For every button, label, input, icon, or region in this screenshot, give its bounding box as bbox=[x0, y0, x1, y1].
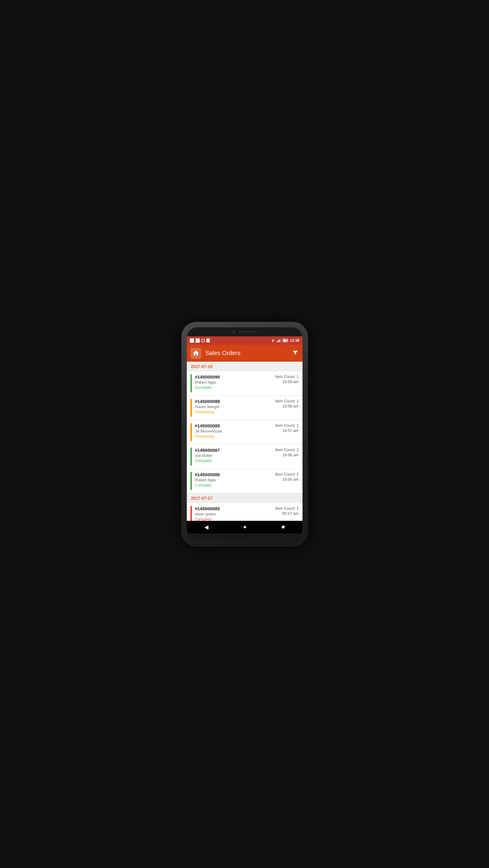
svg-rect-3 bbox=[279, 339, 280, 342]
order-time: 05:57 pm bbox=[275, 511, 299, 516]
app-bar: Sales Orders bbox=[187, 345, 302, 362]
order-details-left: #145000088 Jill Moorehouse Processing bbox=[195, 423, 275, 441]
wifi-icon bbox=[270, 339, 275, 342]
order-details-right: Item Count: 1 10:59 am bbox=[275, 374, 299, 393]
speaker-icon bbox=[239, 331, 257, 333]
order-customer: Joe Butler bbox=[195, 453, 275, 458]
order-details-left: #145000086 Robert Ngia Complete bbox=[195, 472, 275, 490]
svg-rect-7 bbox=[287, 340, 288, 341]
recent-button[interactable]: ■ bbox=[282, 524, 285, 530]
svg-rect-1 bbox=[277, 341, 278, 342]
filter-icon bbox=[292, 349, 299, 356]
status-strip bbox=[190, 506, 192, 521]
order-customer: oliver queen bbox=[195, 512, 275, 516]
status-strip bbox=[190, 447, 192, 466]
order-status: Canceled bbox=[195, 517, 275, 521]
order-item[interactable]: #145000087 Joe Butler Complete Item Coun… bbox=[187, 444, 302, 469]
order-item[interactable]: #145000089 Haven Bangor Processing Item … bbox=[187, 396, 302, 420]
order-customer: Jill Moorehouse bbox=[195, 429, 275, 433]
app-logo-icon bbox=[190, 348, 201, 359]
order-details-right: Item Count: 1 10:58 am bbox=[275, 399, 299, 417]
notif-icon-3 bbox=[201, 339, 205, 342]
order-status: Complete bbox=[195, 483, 275, 487]
item-count: Item Count: 1 bbox=[275, 374, 299, 379]
camera-icon bbox=[233, 331, 235, 333]
signal-icon bbox=[277, 339, 281, 342]
lock-icon bbox=[206, 338, 210, 342]
order-details-left: #145000085 oliver queen Canceled bbox=[195, 506, 275, 521]
notif-icon-1 bbox=[190, 338, 194, 343]
order-details-right: Item Count: 2 10:56 am bbox=[275, 472, 299, 490]
order-number: #145000089 bbox=[195, 399, 275, 404]
order-details-right: Item Count: 2 10:56 am bbox=[275, 447, 299, 466]
order-details-right: Item Count: 1 10:57 am bbox=[275, 423, 299, 441]
date-header-1: 2017-07-19 bbox=[187, 362, 302, 371]
order-details-right: Item Count: 1 05:57 pm bbox=[275, 506, 299, 521]
home-icon bbox=[192, 350, 199, 357]
screen: 12:39 Sales Orders bbox=[187, 336, 302, 533]
phone-screen-container: 12:39 Sales Orders bbox=[187, 327, 302, 541]
orders-list: 2017-07-19 #145000090 Robert Ngia Comple… bbox=[187, 362, 302, 521]
order-number: #145000085 bbox=[195, 506, 275, 511]
order-details-left: #145000087 Joe Butler Complete bbox=[195, 447, 275, 466]
phone-bottom-bezel bbox=[187, 533, 302, 541]
order-item[interactable]: #145000090 Robert Ngia Complete Item Cou… bbox=[187, 371, 302, 396]
order-time: 10:59 am bbox=[275, 379, 299, 384]
svg-rect-6 bbox=[283, 340, 287, 341]
order-time: 10:56 am bbox=[275, 477, 299, 482]
app-title: Sales Orders bbox=[205, 350, 292, 356]
phone-top-bezel bbox=[187, 327, 302, 336]
svg-rect-2 bbox=[278, 340, 279, 342]
bottom-nav: ◀ ● ■ bbox=[187, 521, 302, 533]
item-count: Item Count: 1 bbox=[275, 399, 299, 403]
order-customer: Robert Ngia bbox=[195, 380, 275, 384]
order-customer: Robert Ngia bbox=[195, 478, 275, 482]
status-strip bbox=[190, 423, 192, 441]
svg-point-0 bbox=[273, 341, 273, 342]
order-item[interactable]: #145000086 Robert Ngia Complete Item Cou… bbox=[187, 469, 302, 493]
order-status: Processing bbox=[195, 434, 275, 438]
item-count: Item Count: 1 bbox=[275, 423, 299, 428]
status-right-icons: 12:39 bbox=[270, 338, 299, 343]
item-count: Item Count: 2 bbox=[275, 447, 299, 452]
order-number: #145000090 bbox=[195, 374, 275, 379]
order-customer: Haven Bangor bbox=[195, 404, 275, 409]
back-button[interactable]: ◀ bbox=[204, 524, 208, 530]
status-time: 12:39 bbox=[290, 338, 299, 343]
order-number: #145000086 bbox=[195, 472, 275, 477]
status-bar: 12:39 bbox=[187, 336, 302, 345]
status-strip bbox=[190, 472, 192, 490]
status-strip bbox=[190, 374, 192, 393]
battery-icon bbox=[283, 339, 289, 342]
order-time: 10:58 am bbox=[275, 404, 299, 408]
order-number: #145000088 bbox=[195, 423, 275, 428]
order-time: 10:57 am bbox=[275, 428, 299, 433]
order-status: Complete bbox=[195, 458, 275, 463]
order-item[interactable]: #145000085 oliver queen Canceled Item Co… bbox=[187, 503, 302, 521]
order-details-left: #145000089 Haven Bangor Processing bbox=[195, 399, 275, 417]
order-details-left: #145000090 Robert Ngia Complete bbox=[195, 374, 275, 393]
order-status: Processing bbox=[195, 410, 275, 414]
status-strip bbox=[190, 399, 192, 417]
svg-rect-4 bbox=[280, 339, 281, 342]
item-count: Item Count: 1 bbox=[275, 506, 299, 510]
date-header-2: 2017-07-17 bbox=[187, 493, 302, 503]
order-time: 10:56 am bbox=[275, 453, 299, 457]
order-number: #145000087 bbox=[195, 447, 275, 453]
filter-button[interactable] bbox=[292, 349, 299, 358]
notif-icon-2 bbox=[196, 338, 200, 343]
status-left-icons bbox=[190, 338, 210, 343]
order-item[interactable]: #145000088 Jill Moorehouse Processing It… bbox=[187, 420, 302, 444]
order-status: Complete bbox=[195, 385, 275, 390]
home-button[interactable]: ● bbox=[243, 524, 247, 530]
phone-device: 12:39 Sales Orders bbox=[182, 322, 308, 547]
item-count: Item Count: 2 bbox=[275, 472, 299, 476]
